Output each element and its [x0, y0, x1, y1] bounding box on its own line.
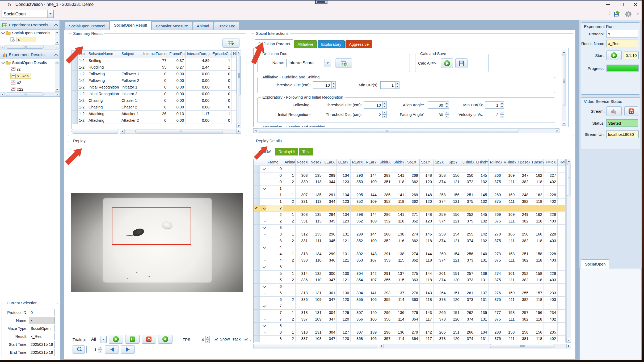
results-hscrollbar[interactable] — [1, 92, 59, 96]
column-header-sp2x[interactable]: Sp2X — [433, 159, 447, 166]
frame-data-row[interactable]: 5131413230013030414229113727514426115125… — [254, 271, 566, 277]
calc-save-button[interactable] — [455, 58, 468, 68]
velocity-spinner[interactable]: 2 — [485, 111, 504, 118]
protocols-vscrollbar[interactable] — [55, 30, 59, 45]
collapse-icon[interactable] — [54, 23, 58, 27]
group-expander[interactable] — [260, 303, 266, 310]
column-header-episodecnt[interactable]: EpisodeCnt — [211, 50, 232, 57]
frame-data-row[interactable]: 7131813130412930714029613627914326615126… — [254, 310, 566, 316]
replay-video-frame[interactable] — [71, 193, 243, 292]
si-vscrollbar[interactable] — [562, 50, 566, 126]
stream-stats-button[interactable] — [606, 106, 622, 116]
spin-up[interactable] — [98, 346, 102, 350]
doc-add-button[interactable] — [335, 58, 352, 68]
frame-group-row[interactable]: 2 — [254, 205, 566, 212]
settings-button[interactable] — [623, 10, 633, 19]
close-button[interactable] — [632, 1, 639, 8]
spin-down[interactable] — [445, 115, 449, 118]
table-row[interactable]: 1-2ChasingChaser 200.000.000 — [72, 104, 237, 111]
table-row[interactable]: 1-2Sniffing770.374.891 — [72, 57, 237, 64]
tab-animal[interactable]: Animal — [193, 22, 213, 30]
column-header-interactframes[interactable]: InteractFrames — [142, 50, 168, 57]
grid-hscrollbar[interactable] — [253, 344, 571, 348]
prev-frame-button[interactable] — [105, 345, 119, 354]
spin-down[interactable] — [98, 350, 102, 353]
doc-name-select[interactable]: InteractScore — [286, 59, 331, 67]
affiliative-threshold-value[interactable]: 10 — [313, 81, 331, 89]
group-expander[interactable] — [260, 244, 266, 251]
frame-group-row[interactable]: 5 — [254, 264, 566, 271]
tab-behavior-measure[interactable]: Behavior Measure — [152, 22, 192, 30]
frame-group-row[interactable]: 7 — [254, 303, 566, 310]
experiment-protocols-header[interactable]: Experiment Protocols — [0, 20, 60, 30]
fps-value[interactable]: 4 — [194, 336, 205, 343]
align-angle-value[interactable]: 30 — [428, 101, 445, 109]
facing-angle-value[interactable]: 30 — [428, 111, 445, 118]
following-threshold-value[interactable]: 10 — [364, 101, 382, 109]
column-header-shldry[interactable]: ShldrY — [392, 159, 406, 166]
tab-socialopen-result[interactable]: SocialOpen Result — [110, 20, 151, 30]
spin-up[interactable] — [445, 111, 449, 115]
spin-up[interactable] — [331, 81, 336, 85]
calc-all-button[interactable] — [441, 58, 453, 68]
column-header-nosex[interactable]: NoseX — [296, 159, 309, 166]
frame-data-row[interactable]: 1233111334412335210935211836212037412137… — [254, 199, 566, 205]
column-header-tmi[interactable]: TMi — [558, 159, 566, 166]
ir-threshold-value[interactable]: 2 — [364, 111, 382, 118]
summary-hscrollbar[interactable] — [71, 129, 241, 134]
column-header-reary[interactable]: REarY — [364, 159, 378, 166]
chevron-down-icon[interactable] — [47, 10, 53, 18]
toolbar-overflow-button[interactable] — [637, 14, 639, 15]
si-tab-exploratory[interactable]: Exploratory — [318, 40, 345, 48]
maze-type-input[interactable]: SocialOpen — [29, 325, 55, 332]
minimize-button[interactable] — [604, 1, 612, 8]
trials-select[interactable]: All — [89, 336, 107, 343]
table-row[interactable]: 1-2FollowingFollower 200.000.000 — [72, 77, 237, 84]
table-row[interactable]: 1-2FollowingFollower 100.000.000 — [72, 71, 237, 77]
results-folder[interactable]: SocialOpen Results — [0, 59, 60, 66]
si-hscrollbar[interactable] — [253, 128, 559, 133]
frame-data-row[interactable]: 1130713529113429514428514126914825815625… — [254, 192, 566, 199]
result-item-x-res[interactable]: x_Res — [0, 73, 60, 79]
column-header-behaviorname[interactable]: BehaviorName — [87, 50, 120, 57]
result-input[interactable]: x_Res — [29, 333, 55, 340]
replay-restart-button[interactable] — [158, 335, 172, 344]
group-expander[interactable] — [260, 264, 266, 271]
frame-data-row[interactable]: 6131813130113030414129313727614326415126… — [254, 290, 566, 297]
spin-down[interactable] — [331, 85, 336, 89]
align-angle-spinner[interactable]: 30 — [428, 101, 449, 109]
frame-data-row[interactable]: 3131213529613129914428813827414625915425… — [254, 231, 566, 238]
column-header-sp2y[interactable]: Sp2Y — [447, 159, 461, 166]
rd-tab-replayui[interactable]: ReplayUi — [275, 148, 298, 155]
column-header-n[interactable]: N — [232, 50, 236, 57]
name-input[interactable]: x — [29, 317, 55, 324]
frame-data-row[interactable]: 4233311034612135310735311536211837412137… — [254, 257, 566, 264]
affiliative-mindur-spinner[interactable]: 1 — [380, 81, 399, 89]
experiment-results-header[interactable]: Experiment Results — [0, 50, 60, 59]
frame-data-row[interactable]: 2130813529413429814428614127114825915625… — [254, 212, 566, 218]
column-header-sp1y[interactable]: Sp1Y — [420, 159, 433, 166]
table-row[interactable]: 1-2Huddling550.272.441 — [72, 64, 237, 71]
replay-pause-button[interactable] — [125, 335, 140, 344]
fps-spinner[interactable]: 4 — [194, 336, 210, 343]
frame-value[interactable]: 1 — [86, 346, 98, 353]
checkbox-checked-icon[interactable] — [244, 337, 248, 341]
column-header-framepct[interactable]: FramePct — [168, 50, 186, 57]
frame-data-row[interactable]: 5233611034712135410735511536311837412037… — [254, 277, 566, 284]
frame-data-row[interactable]: 0233011334412335010935111836212037412137… — [254, 179, 566, 186]
frame-data-row[interactable]: 6233610934712035510635511436311837312037… — [254, 297, 566, 303]
maximize-button[interactable] — [618, 1, 626, 8]
column-header-learx[interactable]: LEarX — [323, 159, 337, 166]
spin-down[interactable] — [382, 115, 387, 118]
column-header-rhindy[interactable]: RHindY — [502, 159, 516, 166]
column-header-rhindx[interactable]: RHindX — [489, 159, 502, 166]
column-header-animal[interactable]: Animal — [283, 159, 296, 166]
frame-data-row[interactable]: 7233710934712035610635611436411737312037… — [254, 316, 566, 323]
frame-group-row[interactable]: 4 — [254, 244, 566, 251]
group-expander[interactable] — [260, 186, 266, 192]
spin-down[interactable] — [500, 105, 504, 109]
protocol-item-x[interactable]: x — [0, 36, 60, 43]
column-header-tbasex[interactable]: TBaseX — [516, 159, 530, 166]
following-threshold-spinner[interactable]: 10 — [364, 101, 387, 109]
frame-data-row[interactable]: 2233111334512335210935211836212037412137… — [254, 218, 566, 225]
